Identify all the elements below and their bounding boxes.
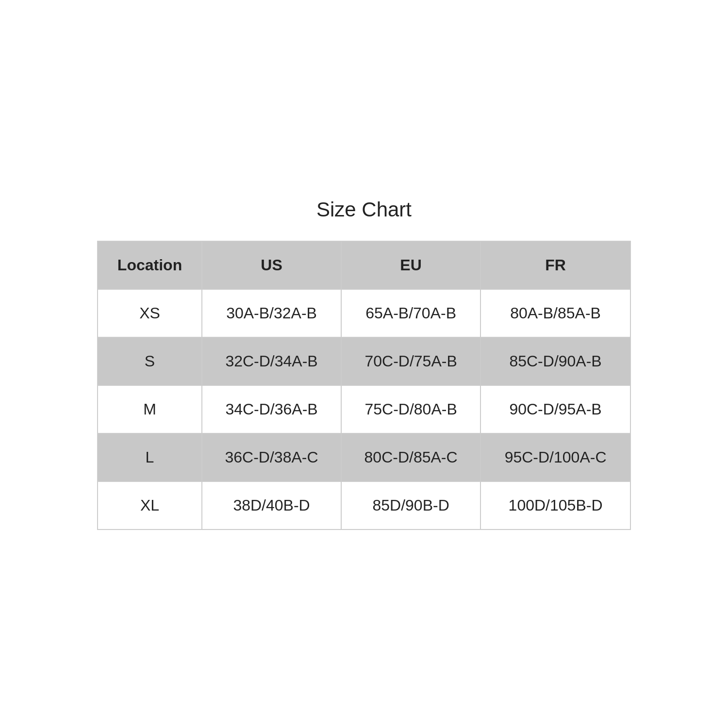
header-fr: FR: [480, 241, 630, 289]
cell-fr: 80A-B/85A-B: [480, 289, 630, 337]
cell-eu: 65A-B/70A-B: [341, 289, 480, 337]
cell-us: 30A-B/32A-B: [202, 289, 341, 337]
cell-fr: 85C-D/90A-B: [480, 337, 630, 385]
table-header-row: Location US EU FR: [98, 241, 630, 289]
size-chart-container: Size Chart Location US EU FR XS30A-B/32A…: [97, 198, 631, 530]
cell-us: 38D/40B-D: [202, 481, 341, 529]
table-row: L36C-D/38A-C80C-D/85A-C95C-D/100A-C: [98, 433, 630, 481]
cell-us: 36C-D/38A-C: [202, 433, 341, 481]
cell-eu: 85D/90B-D: [341, 481, 480, 529]
cell-eu: 80C-D/85A-C: [341, 433, 480, 481]
cell-location: XS: [98, 289, 202, 337]
cell-location: L: [98, 433, 202, 481]
cell-eu: 75C-D/80A-B: [341, 385, 480, 433]
cell-location: M: [98, 385, 202, 433]
cell-us: 32C-D/34A-B: [202, 337, 341, 385]
cell-fr: 90C-D/95A-B: [480, 385, 630, 433]
header-us: US: [202, 241, 341, 289]
page-title: Size Chart: [97, 198, 631, 221]
table-row: XL38D/40B-D85D/90B-D100D/105B-D: [98, 481, 630, 529]
table-row: S32C-D/34A-B70C-D/75A-B85C-D/90A-B: [98, 337, 630, 385]
cell-fr: 100D/105B-D: [480, 481, 630, 529]
cell-us: 34C-D/36A-B: [202, 385, 341, 433]
size-chart-table: Location US EU FR XS30A-B/32A-B65A-B/70A…: [97, 241, 631, 530]
table-row: XS30A-B/32A-B65A-B/70A-B80A-B/85A-B: [98, 289, 630, 337]
cell-eu: 70C-D/75A-B: [341, 337, 480, 385]
cell-location: XL: [98, 481, 202, 529]
cell-fr: 95C-D/100A-C: [480, 433, 630, 481]
header-location: Location: [98, 241, 202, 289]
header-eu: EU: [341, 241, 480, 289]
cell-location: S: [98, 337, 202, 385]
table-row: M34C-D/36A-B75C-D/80A-B90C-D/95A-B: [98, 385, 630, 433]
